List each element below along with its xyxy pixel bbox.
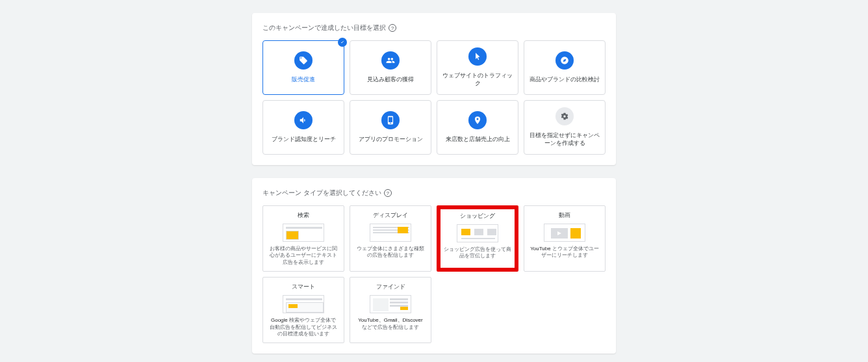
megaphone-icon — [294, 111, 313, 129]
cursor-icon — [468, 47, 487, 66]
type-panel: キャンペーン タイプを選択してください ? 検索 お客様の商品やサービスに関心が… — [252, 178, 616, 354]
smart-thumb-icon — [283, 295, 324, 313]
tag-icon — [294, 51, 313, 70]
phone-icon — [381, 111, 400, 129]
goal-header-text: このキャンペーンで達成したい目標を選択 — [262, 23, 386, 32]
type-desc: YouTube とウェブ全体でユーザーにリーチします — [528, 246, 601, 259]
gear-icon — [555, 107, 574, 125]
goal-consideration[interactable]: 商品やブランドの比較検討 — [524, 40, 606, 95]
goal-traffic[interactable]: ウェブサイトのトラフィック — [437, 40, 518, 95]
goal-label: 販売促進 — [287, 76, 320, 84]
goal-label: 目標を指定せずにキャンペーンを作成する — [524, 132, 605, 147]
type-desc: Google 検索やウェブ全体で自動広告を配信してビジネスの目標達成を狙います — [267, 317, 340, 337]
people-icon — [381, 51, 400, 70]
goal-panel: このキャンペーンで達成したい目標を選択 ? 販売促進 見込み顧客の獲得 ウェブサ… — [252, 13, 616, 165]
goal-label: ウェブサイトのトラフィック — [437, 72, 518, 87]
type-header-text: キャンペーン タイプを選択してください — [262, 188, 381, 198]
goal-app[interactable]: アプリのプロモーション — [350, 100, 431, 155]
display-thumb-icon — [370, 224, 411, 242]
type-desc: お客様の商品やサービスに関心があるユーザーにテキスト広告を表示します — [267, 246, 340, 266]
find-thumb-icon — [370, 295, 411, 313]
type-title: 動画 — [559, 211, 570, 220]
compass-icon — [555, 51, 574, 70]
goal-label: ブランド認知度とリーチ — [266, 136, 341, 144]
help-icon[interactable]: ? — [384, 189, 392, 197]
type-title: ディスプレイ — [373, 211, 408, 220]
goal-leads[interactable]: 見込み顧客の獲得 — [350, 40, 431, 95]
type-panel-header: キャンペーン タイプを選択してください ? — [262, 188, 606, 198]
type-search[interactable]: 検索 お客様の商品やサービスに関心があるユーザーにテキスト広告を表示します — [262, 205, 344, 272]
goal-label: 来店数と店舗売上の向上 — [440, 136, 515, 144]
type-desc: ウェブ全体にさまざまな種類の広告を配信します — [354, 246, 427, 259]
type-shopping[interactable]: ショッピング ショッピング広告を使って商品を宣伝します — [437, 205, 518, 272]
goal-label: 見込み顧客の獲得 — [362, 76, 419, 84]
video-thumb-icon — [544, 224, 585, 242]
type-title: ファインド — [376, 283, 405, 291]
search-thumb-icon — [283, 224, 324, 242]
goal-awareness[interactable]: ブランド認知度とリーチ — [262, 100, 344, 155]
pin-icon — [468, 111, 487, 129]
help-icon[interactable]: ? — [389, 24, 396, 32]
type-find[interactable]: ファインド YouTube、Gmail、Discover などで広告を配信します — [350, 277, 431, 343]
goal-none[interactable]: 目標を指定せずにキャンペーンを作成する — [524, 100, 606, 155]
type-smart[interactable]: スマート Google 検索やウェブ全体で自動広告を配信してビジネスの目標達成を… — [262, 277, 344, 343]
goal-panel-header: このキャンペーンで達成したい目標を選択 ? — [262, 23, 606, 32]
type-title: ショッピング — [460, 212, 495, 220]
goal-label: 商品やブランドの比較検討 — [524, 76, 605, 84]
shopping-thumb-icon — [457, 224, 498, 242]
type-video[interactable]: 動画 YouTube とウェブ全体でユーザーにリーチします — [524, 205, 606, 272]
check-icon — [338, 38, 347, 47]
type-desc: YouTube、Gmail、Discover などで広告を配信します — [354, 317, 427, 331]
type-desc: ショッピング広告を使って商品を宣伝します — [442, 246, 513, 260]
type-title: スマート — [292, 283, 315, 291]
type-title: 検索 — [298, 211, 309, 220]
type-display[interactable]: ディスプレイ ウェブ全体にさまざまな種類の広告を配信します — [350, 205, 431, 272]
goal-sales[interactable]: 販売促進 — [262, 40, 344, 95]
goal-store[interactable]: 来店数と店舗売上の向上 — [437, 100, 518, 155]
goal-label: アプリのプロモーション — [353, 136, 428, 144]
